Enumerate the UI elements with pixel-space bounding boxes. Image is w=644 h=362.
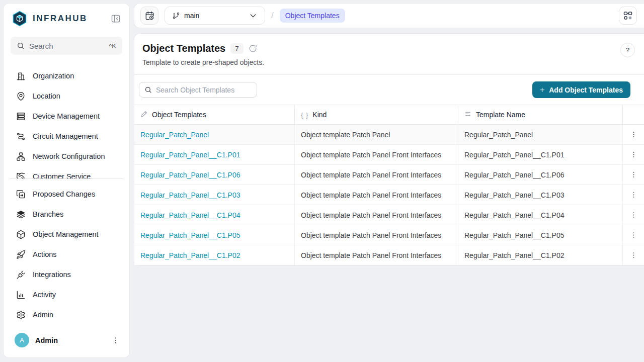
row-menu-icon[interactable] — [630, 171, 637, 178]
sidebar-item-label: Object Management — [33, 230, 99, 238]
sidebar-item-label: Location — [33, 92, 60, 100]
row-menu-icon[interactable] — [630, 191, 637, 199]
page-title: Object Templates — [142, 43, 225, 54]
table-row[interactable]: Regular_Patch_Panel__C1.P05Object templa… — [134, 225, 644, 245]
app-root: INFRAHUB Search ^K OrganizationLocationD… — [0, 0, 644, 362]
sidebar-item-object-management[interactable]: Object Management — [4, 224, 129, 244]
user-row: A Admin — [4, 327, 129, 357]
add-object-templates-button[interactable]: + Add Object Templates — [532, 81, 630, 98]
column-header-template-name[interactable]: Template Name — [458, 105, 623, 124]
sidebar-item-activity[interactable]: Activity — [4, 285, 129, 305]
sidebar-collapse-icon[interactable] — [109, 12, 122, 25]
sidebar-item-label: Customer Service — [33, 172, 91, 178]
object-template-link[interactable]: Regular_Patch_Panel__C1.P05 — [140, 231, 240, 239]
sidebar-item-circuit-management[interactable]: Circuit Management — [4, 126, 129, 146]
column-header-label: Object Templates — [152, 111, 206, 119]
object-template-link[interactable]: Regular_Patch_Panel__C1.P04 — [140, 211, 240, 219]
search-shortcut: ^K — [109, 42, 116, 50]
logo-row: INFRAHUB — [4, 4, 129, 33]
content-card: Object Templates 7 Template to create pr… — [134, 33, 644, 266]
sidebar-item-network-configuration[interactable]: Network Configuration — [4, 146, 129, 166]
branch-caret[interactable] — [242, 7, 265, 24]
help-button[interactable]: ? — [620, 43, 635, 57]
avatar: A — [15, 333, 29, 347]
column-header-kind[interactable]: { }Kind — [295, 105, 458, 124]
table-row[interactable]: Regular_Patch_Panel__C1.P06Object templa… — [134, 165, 644, 185]
cell-object-template: Regular_Patch_Panel__C1.P06 — [134, 165, 295, 185]
row-menu-icon[interactable] — [630, 151, 637, 158]
graph-nodes-icon — [623, 11, 633, 21]
count-badge: 7 — [230, 43, 244, 54]
rocket-icon — [16, 250, 26, 259]
sidebar-item-device-management[interactable]: Device Management — [4, 106, 129, 126]
network-icon — [16, 152, 26, 161]
table-body: Regular_Patch_PanelObject template Patch… — [134, 125, 644, 265]
column-header-object-templates[interactable]: Object Templates — [134, 105, 295, 124]
branch-selector-value: main — [165, 12, 242, 20]
cell-template-name: Regular_Patch_Panel__C1.P03 — [458, 185, 623, 205]
search-icon — [17, 42, 25, 50]
cell-template-name: Regular_Patch_Panel__C1.P06 — [458, 165, 623, 185]
chevron-down-icon — [249, 12, 257, 20]
sidebar-item-proposed-changes[interactable]: Proposed Changes — [4, 184, 129, 204]
object-template-link[interactable]: Regular_Patch_Panel__C1.P02 — [140, 251, 240, 259]
cell-actions — [623, 225, 644, 245]
object-template-link[interactable]: Regular_Patch_Panel__C1.P01 — [140, 151, 240, 159]
calendar-clock-icon — [145, 11, 154, 21]
row-menu-icon[interactable] — [630, 251, 637, 259]
cell-object-template: Regular_Patch_Panel__C1.P04 — [134, 205, 295, 225]
user-menu-icon[interactable] — [110, 335, 121, 346]
align-left-icon — [464, 110, 472, 119]
sidebar-item-label: Circuit Management — [33, 132, 98, 140]
sidebar-item-label: Actions — [33, 250, 57, 258]
table-row[interactable]: Regular_Patch_Panel__C1.P03Object templa… — [134, 185, 644, 205]
route-icon — [16, 132, 26, 141]
cell-actions — [623, 185, 644, 205]
column-header-label: Template Name — [476, 111, 525, 119]
object-template-link[interactable]: Regular_Patch_Panel__C1.P03 — [140, 191, 240, 199]
cell-object-template: Regular_Patch_Panel — [134, 125, 295, 144]
sidebar-item-organization[interactable]: Organization — [4, 66, 129, 86]
row-menu-icon[interactable] — [630, 131, 637, 138]
sidebar-item-integrations[interactable]: Integrations — [4, 264, 129, 285]
cell-actions — [623, 205, 644, 225]
braces-icon: { } — [301, 111, 308, 119]
page-subtitle: Template to create pre-shaped objects. — [142, 58, 620, 66]
branch-selector[interactable]: main — [165, 7, 265, 25]
cell-object-template: Regular_Patch_Panel__C1.P05 — [134, 225, 295, 245]
table-row[interactable]: Regular_Patch_Panel__C1.P02Object templa… — [134, 245, 644, 265]
cell-template-name: Regular_Patch_Panel — [458, 125, 623, 144]
topbar: main / Object Templates — [134, 3, 644, 28]
cell-actions — [623, 165, 644, 185]
time-travel-button[interactable] — [140, 7, 158, 25]
cell-kind: Object template Patch Panel — [295, 125, 458, 144]
sidebar-item-label: Admin — [33, 311, 53, 319]
sidebar-search[interactable]: Search ^K — [11, 37, 122, 55]
logo-text: INFRAHUB — [33, 14, 88, 24]
breadcrumb-current[interactable]: Object Templates — [280, 9, 345, 23]
row-menu-icon[interactable] — [630, 231, 637, 239]
schema-visualizer-button[interactable] — [619, 7, 637, 25]
table-row[interactable]: Regular_Patch_Panel__C1.P04Object templa… — [134, 205, 644, 225]
object-template-link[interactable]: Regular_Patch_Panel — [140, 131, 209, 139]
sidebar-item-customer-service[interactable]: Customer Service — [4, 166, 129, 178]
object-templates-search-input[interactable] — [139, 82, 257, 98]
copy-icon — [16, 190, 26, 199]
cell-object-template: Regular_Patch_Panel__C1.P03 — [134, 185, 295, 205]
sidebar-menu-scroll[interactable]: OrganizationLocationDevice ManagementCir… — [4, 66, 129, 178]
object-template-link[interactable]: Regular_Patch_Panel__C1.P06 — [140, 171, 240, 179]
refresh-icon[interactable] — [249, 44, 257, 53]
sidebar-item-branches[interactable]: Branches — [4, 204, 129, 224]
cell-template-name: Regular_Patch_Panel__C1.P02 — [458, 245, 623, 265]
row-menu-icon[interactable] — [630, 211, 637, 219]
sidebar-item-location[interactable]: Location — [4, 86, 129, 106]
table-row[interactable]: Regular_Patch_PanelObject template Patch… — [134, 125, 644, 145]
sidebar-item-admin[interactable]: Admin — [4, 305, 129, 325]
branch-label: main — [184, 12, 199, 20]
cell-template-name: Regular_Patch_Panel__C1.P05 — [458, 225, 623, 245]
table-row[interactable]: Regular_Patch_Panel__C1.P01Object templa… — [134, 145, 644, 165]
cell-object-template: Regular_Patch_Panel__C1.P02 — [134, 245, 295, 265]
column-header-label: Kind — [312, 111, 327, 119]
sidebar-item-actions[interactable]: Actions — [4, 244, 129, 264]
search-icon — [144, 86, 152, 94]
